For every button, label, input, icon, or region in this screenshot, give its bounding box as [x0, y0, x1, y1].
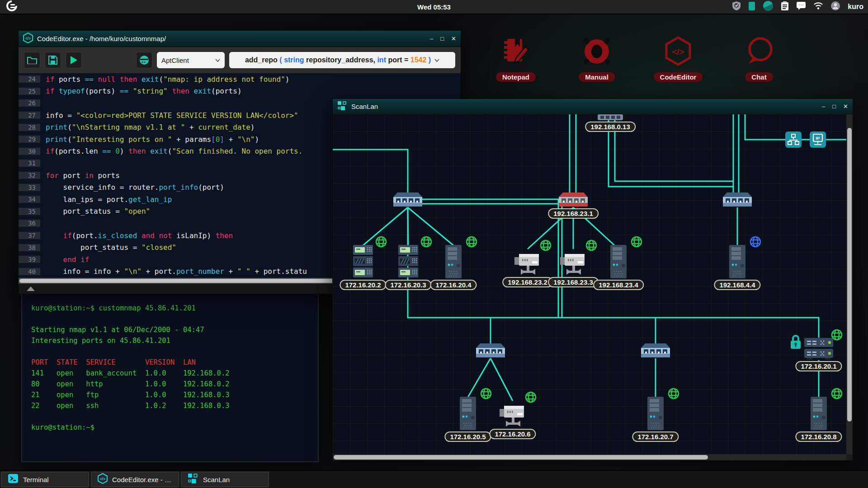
ip-box-node[interactable]: IP	[810, 131, 826, 150]
close-button[interactable]: ✕	[843, 99, 848, 114]
globe-green-icon	[375, 235, 387, 250]
avatar[interactable]	[830, 1, 840, 13]
function-signature-dropdown[interactable]: add_repo ( string repository_address, in…	[229, 52, 455, 68]
library-dropdown[interactable]: AptClient	[157, 52, 225, 68]
ip-label[interactable]: 192.168.0.13	[585, 122, 636, 132]
ip-label[interactable]: 192.168.23.3	[548, 277, 599, 287]
device-172.16.20.7[interactable]	[646, 396, 665, 432]
shield-icon[interactable]	[732, 1, 741, 13]
ip-label[interactable]: 172.16.20.6	[489, 429, 536, 439]
clock: Wed 05:53	[417, 3, 451, 11]
maximize-button[interactable]: □	[440, 31, 444, 47]
camera-icon	[559, 270, 587, 277]
desktop-icon-notepad[interactable]: Notepad	[484, 35, 547, 82]
switch-node[interactable]	[641, 343, 670, 360]
map-vertical-scrollbar[interactable]	[846, 114, 853, 454]
desktop-icon-label: Chat	[745, 72, 773, 82]
signature-token: add_repo	[245, 56, 279, 64]
ip-label[interactable]: 192.168.23.1	[548, 208, 599, 219]
maximize-button[interactable]: □	[832, 99, 836, 114]
lan-box-node[interactable]	[785, 131, 802, 150]
switch-node[interactable]	[723, 192, 752, 209]
desktop-icon-chat[interactable]: Chat	[727, 35, 791, 82]
ip-label[interactable]: 172.16.20.8	[795, 432, 842, 442]
switch-node[interactable]	[393, 192, 422, 209]
chat-icon[interactable]	[796, 1, 806, 12]
svg-text:</>: </>	[25, 36, 31, 40]
device-172.16.20.6[interactable]	[499, 400, 527, 430]
ip-box-icon: IP	[810, 141, 826, 149]
taskbar-item-codeeditor[interactable]: </>CodeEditor.exe - …	[91, 472, 179, 487]
desktop-icon-label: Manual	[579, 72, 615, 82]
minimize-button[interactable]: –	[430, 31, 433, 47]
run-button[interactable]	[66, 52, 82, 68]
scrollbar-corner	[846, 454, 853, 460]
signature-token: (	[279, 56, 284, 64]
device-172.16.20.5[interactable]	[459, 396, 477, 432]
chevron-down-icon	[434, 59, 439, 62]
signature-token: 1542	[410, 56, 427, 64]
device-192.168.23.3[interactable]	[559, 248, 587, 278]
taskbar-item-terminal[interactable]: Terminal	[1, 472, 89, 487]
ip-label[interactable]: 172.16.20.3	[385, 280, 431, 290]
save-button[interactable]	[45, 52, 61, 68]
lock-node[interactable]	[789, 334, 802, 352]
code-line: 24if ports == null then exit("nmap: ip a…	[19, 73, 461, 85]
ip-label[interactable]: 192.168.4.4	[714, 280, 760, 290]
desktop-icon-manual[interactable]: Manual	[565, 35, 628, 82]
scanlan-window[interactable]: ScanLan – □ ✕ 192.168.0.13IP192.168.23.1…	[332, 99, 853, 461]
code-editor-toolbar: AptClient add_repo ( string repository_a…	[19, 47, 461, 73]
open-file-button[interactable]	[24, 52, 40, 68]
resource-meter-icon[interactable]	[763, 0, 774, 13]
os-logo-icon	[6, 0, 17, 13]
clipboard-icon[interactable]	[781, 1, 789, 13]
ip-label[interactable]: 172.16.20.5	[444, 432, 491, 442]
camera-icon	[514, 270, 542, 277]
battery-icon[interactable]	[748, 1, 755, 13]
notepad-icon	[484, 35, 547, 70]
username[interactable]: kuro	[848, 3, 863, 11]
tower-icon	[444, 272, 462, 280]
ip-label[interactable]: 192.168.23.4	[593, 280, 644, 290]
wifi-icon[interactable]	[813, 2, 823, 12]
device-192.168.23.1[interactable]	[559, 192, 588, 209]
network-map[interactable]: 192.168.0.13IP192.168.23.1172.16.20.2172…	[333, 114, 853, 460]
device-172.16.20.4[interactable]	[444, 244, 462, 281]
globe-green-icon	[420, 235, 433, 250]
code-editor-titlebar[interactable]: </> CodeEditor.exe - /home/kuro/customnm…	[19, 31, 461, 47]
close-button[interactable]: ✕	[451, 31, 456, 47]
device-172.16.20.2[interactable]	[353, 244, 373, 281]
taskbar-item-label: ScanLan	[203, 476, 230, 483]
terminal-line: Interesting ports on 45.86.41.201	[31, 335, 309, 346]
chat-icon	[727, 35, 791, 70]
device-192.168.4.4[interactable]	[728, 244, 746, 281]
tower-icon	[728, 272, 746, 280]
ip-label[interactable]: 172.16.20.7	[632, 432, 679, 442]
taskbar-item-scanlan[interactable]: ScanLan	[181, 472, 269, 487]
ip-label[interactable]: 192.168.23.2	[502, 277, 553, 287]
desktop-icon-codeeditor[interactable]: </>CodeEditor	[646, 35, 710, 82]
ip-label[interactable]: 172.16.20.2	[340, 280, 386, 290]
scanlan-icon	[337, 101, 347, 113]
device-172.16.20.3[interactable]	[398, 244, 419, 281]
device-192.168.23.2[interactable]	[514, 248, 542, 278]
device-172.16.20.1[interactable]	[803, 338, 834, 362]
codeeditor-icon: </>	[646, 35, 710, 70]
device-192.168.23.4[interactable]	[609, 244, 627, 281]
ip-label[interactable]: 172.16.20.4	[430, 280, 476, 290]
globe-green-icon	[667, 387, 680, 402]
switch-node[interactable]	[476, 343, 505, 360]
lock-icon	[789, 344, 802, 352]
switch-icon	[641, 352, 670, 360]
apt-client-icon[interactable]	[136, 52, 152, 68]
signature-token: int	[377, 56, 386, 64]
globe-green-icon	[539, 239, 552, 253]
router-icon	[803, 354, 834, 361]
scanlan-icon	[188, 473, 198, 486]
ip-label[interactable]: 172.16.20.1	[795, 361, 842, 371]
scanlan-titlebar[interactable]: ScanLan – □ ✕	[333, 99, 853, 114]
minimize-button[interactable]: –	[822, 99, 825, 114]
map-horizontal-scrollbar[interactable]	[333, 454, 846, 460]
device-172.16.20.8[interactable]	[810, 396, 828, 432]
scroll-up-arrow-icon[interactable]	[27, 286, 35, 291]
